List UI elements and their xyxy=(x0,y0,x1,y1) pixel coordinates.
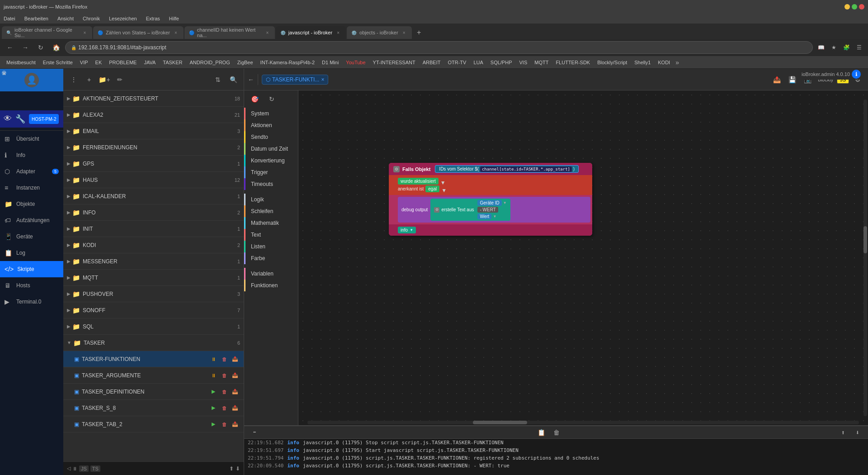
search-button[interactable]: 🔍 xyxy=(226,73,240,86)
new-tab-button[interactable]: + xyxy=(413,26,425,39)
nav-objekte[interactable]: 📁 Objekte xyxy=(0,196,63,212)
tab-4[interactable]: ⚙️ javascript - ioBroker × xyxy=(276,26,346,39)
log-copy-button[interactable]: 📋 xyxy=(534,426,548,439)
run-button-td[interactable]: ▶ xyxy=(208,387,218,397)
more-bookmarks-icon[interactable]: » xyxy=(675,59,679,66)
nav-terminal[interactable]: ▶ Terminal.0 xyxy=(0,294,63,310)
menu-chronik[interactable]: Chronik xyxy=(81,15,102,22)
folder-gps[interactable]: ▶ 📁 GPS 1 xyxy=(63,156,244,172)
bookmark-meistbesucht[interactable]: Meistbesucht xyxy=(4,57,38,67)
condition-chip[interactable]: wurde aktualisiert xyxy=(398,178,439,185)
category-timeouts[interactable]: Timeouts xyxy=(244,178,298,190)
script-tasker-tab2[interactable]: ▣ TASKER_TAB_2 ▶ 🗑 📤 xyxy=(63,416,244,432)
back-button[interactable]: ← xyxy=(4,41,16,54)
menu-lesezeichen[interactable]: Lesezeichen xyxy=(107,15,139,22)
reload-button[interactable]: ↻ xyxy=(34,41,47,54)
category-funktionen[interactable]: Funktionen xyxy=(244,280,298,291)
export-code-button[interactable]: 📤 xyxy=(770,73,784,86)
export-button-ts8[interactable]: 📤 xyxy=(230,403,240,413)
bookmark-blockly[interactable]: Blockly/Script xyxy=(594,57,630,67)
canvas-scrollbar-vertical[interactable] xyxy=(863,100,867,416)
wert2-chip[interactable]: Wert xyxy=(477,214,491,219)
tab-3-close[interactable]: × xyxy=(264,29,270,36)
nav-log[interactable]: 📋 Log xyxy=(0,245,63,261)
bookmark-sqlphp[interactable]: SQL/PHP xyxy=(488,57,515,67)
sort-button[interactable]: ⇅ xyxy=(211,73,225,86)
script-tasker-argumente[interactable]: ▣ TASKER_ARGUMENTE ⏸ 🗑 📤 xyxy=(63,367,244,384)
category-listen[interactable]: Listen xyxy=(244,241,298,252)
home-button[interactable]: 🏠 xyxy=(50,41,62,54)
delete-button-td[interactable]: 🗑 xyxy=(219,387,229,397)
back-button[interactable]: ← xyxy=(248,76,254,83)
block-gear-icon[interactable]: ⚙ xyxy=(393,166,400,172)
bookmark-mqtt[interactable]: MQTT xyxy=(532,57,551,67)
script-tasker-funktionen[interactable]: ▣ TASKER-FUNKTIONEN ⏸ 🗑 📤 xyxy=(63,351,244,367)
tab-1-close[interactable]: × xyxy=(82,29,88,36)
canvas-scrollbar-horizontal[interactable] xyxy=(307,421,859,424)
eye-icon[interactable]: 👁 xyxy=(4,114,12,124)
bookmark-shelly[interactable]: Shelly1 xyxy=(632,57,653,67)
nav-ubersicht[interactable]: ⊞ Übersicht xyxy=(0,131,63,147)
bookmark-erste-schritte[interactable]: Erste Schritte xyxy=(40,57,75,67)
export-button-td[interactable]: 📤 xyxy=(230,387,240,397)
close-button[interactable] xyxy=(859,4,864,10)
folder-aktionen[interactable]: ▶ 📁 AKTIONEN_ZEITGESTEUERT 18 xyxy=(63,90,244,107)
extensions-icon[interactable]: 🧩 xyxy=(841,42,852,53)
log-minimize-button[interactable]: ⬆ xyxy=(836,426,850,439)
folder-kodi[interactable]: ▶ 📁 KODI 2 xyxy=(63,237,244,253)
bookmark-arbeit[interactable]: ARBEIT xyxy=(420,57,443,67)
bookmark-yt-interessant[interactable]: YT-INTERESSANT xyxy=(370,57,418,67)
script-tasker-s8[interactable]: ▣ TASKER_S_8 ▶ 🗑 📤 xyxy=(63,400,244,416)
canvas-scrollbar-thumb[interactable] xyxy=(863,226,867,253)
canvas-scrollbar-h-thumb[interactable] xyxy=(473,421,527,424)
pause-button-ta[interactable]: ⏸ xyxy=(208,370,218,380)
wrench-icon[interactable]: 🔧 xyxy=(15,114,25,124)
device-id-chip[interactable]: Geräte ID xyxy=(477,200,501,206)
folder-init[interactable]: ▶ 📁 INIT 1 xyxy=(63,221,244,237)
folder-ical[interactable]: ▶ 📁 ICAL-KALENDER 1 xyxy=(63,188,244,204)
script-tasker-definitionen[interactable]: ▣ TASKER_DEFINITIONEN ▶ 🗑 📤 xyxy=(63,384,244,400)
folder-sonoff[interactable]: ▶ 📁 SONOFF 7 xyxy=(63,302,244,318)
log-clear-button[interactable]: 🗑 xyxy=(550,426,563,439)
add-button[interactable]: + xyxy=(82,73,96,86)
nav-hosts[interactable]: 🖥 Hosts xyxy=(0,277,63,294)
nav-aufzahlungen[interactable]: 🏷 Aufzählungen xyxy=(0,212,63,228)
bookmark-kamera[interactable]: INT-Kamera-RaspPi4b-2 xyxy=(258,57,317,67)
delete-button-tt2[interactable]: 🗑 xyxy=(219,419,229,429)
category-datum[interactable]: Datum und Zeit xyxy=(244,143,298,155)
info-dropdown[interactable]: ▼ xyxy=(410,228,413,232)
category-system[interactable]: System xyxy=(244,108,298,119)
sidebar-close-icon[interactable]: ✕ xyxy=(2,71,6,75)
run-button-ts8[interactable]: ▶ xyxy=(208,403,218,413)
category-farbe[interactable]: Farbe xyxy=(244,252,298,264)
maximize-button[interactable] xyxy=(852,4,857,10)
ack-value-chip[interactable]: egal xyxy=(425,185,439,192)
folder-mqtt[interactable]: ▶ 📁 MQTT 1 xyxy=(63,270,244,286)
delete-button-tf[interactable]: 🗑 xyxy=(219,354,229,364)
tab-1[interactable]: 🔍 ioBroker channel - Google Su... × xyxy=(2,26,92,39)
tab-5[interactable]: ⚙️ objects - ioBroker × xyxy=(347,26,412,39)
category-text[interactable]: Text xyxy=(244,229,298,241)
delete-button-ts8[interactable]: 🗑 xyxy=(219,403,229,413)
category-schleifen[interactable]: Schleifen xyxy=(244,205,298,217)
block-menu-target-icon[interactable]: 🎯 xyxy=(248,92,261,106)
debug-output-block[interactable]: debug output ⚙ erstelle Text aus Geräte … xyxy=(398,197,590,223)
nav-gerate[interactable]: 📱 Geräte xyxy=(0,228,63,245)
delete-button-ta[interactable]: 🗑 xyxy=(219,370,229,380)
category-logik[interactable]: Logik xyxy=(244,194,298,205)
category-mathematik[interactable]: Mathematik xyxy=(244,217,298,229)
menu-ansicht[interactable]: Ansicht xyxy=(56,15,75,22)
forward-button[interactable]: → xyxy=(19,41,32,54)
info-chip[interactable]: info ▼ xyxy=(398,227,416,233)
tab-2[interactable]: 🔵 Zählen von States – ioBroker × xyxy=(93,26,184,39)
reader-view-icon[interactable]: 📖 xyxy=(816,42,826,53)
active-script-tab[interactable]: ⬡ TASKER-FUNKTI... × xyxy=(262,75,328,85)
bookmark-star-icon[interactable]: ★ xyxy=(828,42,839,53)
category-sendto[interactable]: Sendto xyxy=(244,131,298,143)
minimize-button[interactable] xyxy=(844,4,850,10)
url-input[interactable]: 🔒 192.168.178.91:8081/#tab-javascript xyxy=(65,41,813,54)
scripts-list[interactable]: ▶ 📁 AKTIONEN_ZEITGESTEUERT 18 ▶ 📁 ALEXA2… xyxy=(63,90,244,461)
device-dropdown[interactable]: ▼ xyxy=(503,201,507,205)
more-options-button[interactable]: ⋮ xyxy=(67,73,80,86)
menu-icon[interactable]: ☰ xyxy=(854,42,864,53)
